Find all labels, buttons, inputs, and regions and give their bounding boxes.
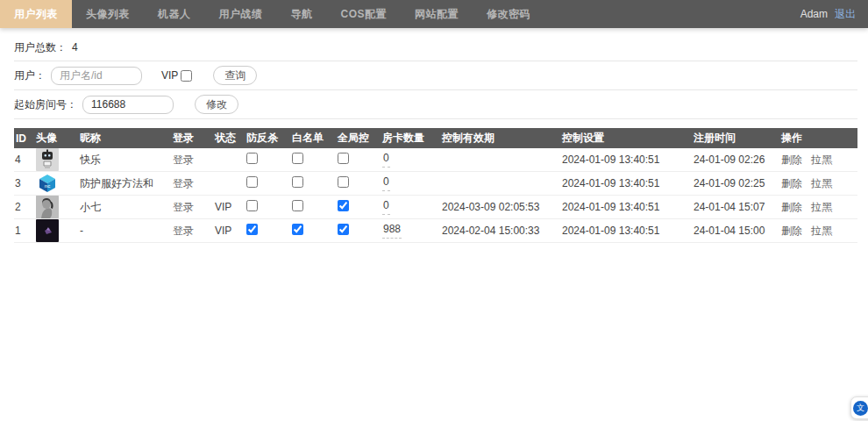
global-ctrl-checkbox[interactable] (338, 224, 349, 235)
room-number-input[interactable] (82, 96, 174, 114)
vip-filter-label: VIP (161, 69, 178, 82)
tab-robot[interactable]: 机器人 (144, 0, 205, 28)
col-header-register-time: 注册时间 (693, 128, 780, 148)
cell-control-expiry (441, 172, 561, 196)
robot-avatar (36, 148, 59, 171)
user-table: ID 头像 昵称 登录 状态 防反杀 白名单 全局控 房卡数量 控制有效期 控制… (14, 128, 857, 243)
blacklist-link[interactable]: 拉黑 (811, 201, 832, 213)
cell-register-time: 24-01-04 15:07 (693, 196, 780, 219)
user-filter-label: 用户： (14, 68, 46, 83)
tab-cos-config[interactable]: COS配置 (327, 0, 402, 28)
whitelist-checkbox[interactable] (292, 200, 303, 211)
cube-avatar: nc (36, 172, 59, 195)
table-header-row: ID 头像 昵称 登录 状态 防反杀 白名单 全局控 房卡数量 控制有效期 控制… (14, 128, 857, 148)
tab-user-records[interactable]: 用户战绩 (205, 0, 277, 28)
modify-button[interactable]: 修改 (195, 95, 238, 114)
col-header-room-cards: 房卡数量 (381, 128, 441, 148)
floating-widget[interactable]: 文 (850, 396, 868, 419)
anti-kill-checkbox[interactable] (246, 200, 258, 211)
cell-nickname: 快乐 (79, 148, 172, 172)
cell-id: 1 (14, 219, 35, 243)
col-header-id: ID (14, 128, 35, 148)
user-total-label: 用户总数： (14, 40, 67, 55)
user-total-row: 用户总数： 4 (14, 34, 857, 61)
whitelist-checkbox[interactable] (292, 176, 303, 188)
table-row: 2 小七 登录 VIP 0 2024-03-09 02:05:53 2024-0… (14, 196, 857, 219)
blacklist-link[interactable]: 拉黑 (811, 177, 832, 189)
vip-filter-checkbox[interactable] (181, 70, 192, 82)
global-ctrl-checkbox[interactable] (338, 153, 349, 164)
cell-nickname: 防护服好方法和 (79, 172, 172, 196)
global-ctrl-checkbox[interactable] (338, 200, 349, 211)
col-header-control-setting: 控制设置 (561, 128, 693, 148)
col-header-global-ctrl: 全局控 (337, 128, 381, 148)
cell-status (214, 172, 245, 196)
room-number-row: 起始房间号： 修改 (14, 90, 857, 119)
global-ctrl-checkbox[interactable] (338, 176, 349, 188)
user-filter-row: 用户： VIP 查询 (14, 61, 857, 90)
delete-link[interactable]: 删除 (781, 153, 802, 166)
cell-control-setting: 2024-01-09 13:40:51 (561, 148, 693, 172)
user-total-value: 4 (72, 41, 78, 54)
cell-control-expiry: 2024-03-09 02:05:53 (441, 196, 561, 219)
user-search-input[interactable] (51, 67, 142, 85)
person-avatar (36, 196, 59, 218)
delete-link[interactable]: 删除 (781, 201, 802, 213)
login-link[interactable]: 登录 (173, 177, 194, 189)
query-button[interactable]: 查询 (213, 66, 257, 85)
cell-control-setting: 2024-01-09 13:40:51 (561, 219, 693, 243)
delete-link[interactable]: 删除 (781, 177, 802, 189)
tab-change-password[interactable]: 修改密码 (473, 0, 544, 28)
blacklist-link[interactable]: 拉黑 (811, 153, 832, 166)
svg-text:nc: nc (45, 183, 50, 189)
room-cards-editable[interactable]: 0 (382, 175, 390, 191)
cell-nickname: - (79, 219, 172, 243)
tab-user-list[interactable]: 用户列表 (0, 0, 72, 28)
cell-control-setting: 2024-01-09 13:40:51 (561, 172, 693, 196)
tab-avatar-list[interactable]: 头像列表 (72, 0, 144, 28)
cell-id: 2 (14, 196, 35, 219)
tab-site-config[interactable]: 网站配置 (401, 0, 473, 28)
cell-register-time: 24-01-09 02:26 (693, 148, 780, 172)
cell-status: VIP (214, 219, 245, 243)
cell-register-time: 24-01-04 15:00 (693, 219, 780, 243)
cell-register-time: 24-01-09 02:25 (693, 172, 780, 196)
table-row: 3 nc 防护服好方法和 登录 0 2024-01-09 13:40:51 24… (14, 172, 857, 196)
top-nav: 用户列表 头像列表 机器人 用户战绩 导航 COS配置 网站配置 修改密码 Ad… (0, 0, 868, 28)
cell-control-expiry (441, 148, 561, 172)
table-row: 4 快乐 登录 0 2024-01-09 13:40:51 (14, 148, 857, 172)
room-cards-editable[interactable]: 0 (382, 199, 390, 215)
anti-kill-checkbox[interactable] (246, 224, 258, 235)
blacklist-link[interactable]: 拉黑 (811, 225, 832, 237)
dark-avatar (36, 219, 59, 242)
current-user-name: Adam (800, 8, 828, 20)
room-cards-editable[interactable]: 988 (382, 223, 402, 239)
tab-navigation[interactable]: 导航 (277, 0, 327, 28)
cell-id: 3 (14, 172, 35, 196)
table-row: 1 - 登录 VIP 988 2024-02-04 15:00:33 2024-… (14, 219, 857, 243)
login-link[interactable]: 登录 (173, 201, 194, 213)
col-header-avatar: 头像 (35, 128, 79, 148)
room-cards-editable[interactable]: 0 (382, 152, 390, 168)
logout-link[interactable]: 退出 (835, 7, 856, 22)
cell-control-expiry: 2024-02-04 15:00:33 (441, 219, 561, 243)
col-header-whitelist: 白名单 (291, 128, 337, 148)
login-link[interactable]: 登录 (173, 153, 194, 166)
col-header-control-expiry: 控制有效期 (441, 128, 561, 148)
col-header-actions: 操作 (780, 128, 857, 148)
login-link[interactable]: 登录 (173, 225, 194, 237)
cell-id: 4 (14, 148, 35, 172)
delete-link[interactable]: 删除 (781, 225, 802, 237)
col-header-login: 登录 (172, 128, 214, 148)
anti-kill-checkbox[interactable] (246, 153, 258, 164)
room-number-label: 起始房间号： (14, 97, 77, 112)
cell-nickname: 小七 (79, 196, 172, 219)
translate-icon: 文 (853, 401, 868, 416)
whitelist-checkbox[interactable] (292, 153, 303, 164)
anti-kill-checkbox[interactable] (246, 176, 258, 188)
col-header-nickname: 昵称 (79, 128, 172, 148)
cell-status (214, 148, 245, 172)
whitelist-checkbox[interactable] (292, 224, 303, 235)
cell-status: VIP (214, 196, 245, 219)
cell-control-setting: 2024-01-09 13:40:51 (561, 196, 693, 219)
